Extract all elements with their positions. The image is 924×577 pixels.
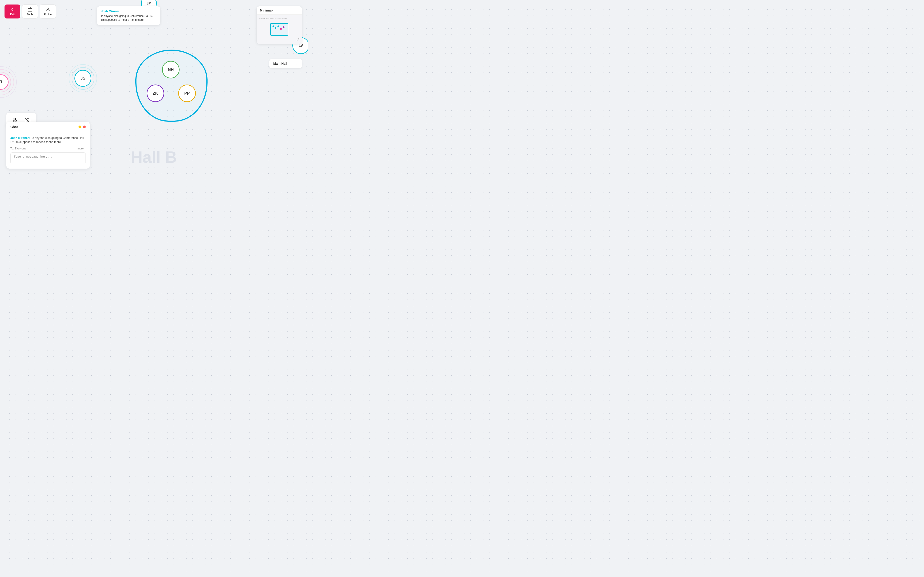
chat-bubble-sender: Josh Mironer (101, 10, 156, 13)
minimap-panel: Minimap Cherrie Welcomes Primary School (257, 6, 302, 44)
minimap-label: Cherrie Welcomes Primary School (259, 17, 287, 19)
chat-more-button[interactable]: more ↓ (78, 147, 86, 150)
exit-label: Exit (10, 13, 15, 16)
minimap-dot-3 (278, 26, 279, 27)
main-hall-button[interactable]: Main Hall ↓ (269, 59, 302, 68)
exit-button[interactable]: Exit (5, 5, 20, 18)
chat-controls (79, 126, 86, 128)
chat-input[interactable] (10, 152, 86, 164)
avatar-zk[interactable]: ZK (147, 84, 164, 102)
avatar-zk-container: ZK (147, 84, 164, 102)
main-hall-arrow: ↓ (296, 62, 298, 65)
minimap-dot-1 (273, 26, 274, 27)
chat-to-row: To: Everyone more ↓ (10, 147, 86, 150)
avatar-pp-container: PP (178, 84, 196, 102)
tools-label: Tools (27, 13, 33, 16)
chat-message: Josh Mironer: Is anyone else going to Co… (10, 136, 86, 144)
chat-body: Josh Mironer: Is anyone else going to Co… (6, 132, 90, 169)
exit-icon (10, 7, 15, 12)
minimap-inner (270, 23, 288, 35)
chat-header: Chat (6, 122, 90, 132)
group-zone-bg (135, 50, 208, 122)
chat-to-label: To: Everyone (10, 147, 26, 150)
svg-point-2 (47, 8, 48, 10)
chat-bubble: Josh Mironer Is anyone else going to Con… (97, 6, 160, 25)
minimap-dot-2 (275, 27, 276, 29)
svg-line-3 (298, 39, 299, 39)
toolbar: Exit Tools Profile (5, 5, 56, 18)
avatar-js[interactable]: JS (74, 70, 91, 87)
minimize-button[interactable] (79, 126, 81, 128)
minimap-expand-button[interactable] (296, 38, 300, 42)
svg-line-4 (297, 40, 298, 41)
chat-sender: Josh Mironer: (10, 136, 30, 140)
minimap-dot-4 (280, 28, 282, 30)
chat-panel: Chat Josh Mironer: Is anyone else going … (6, 122, 90, 169)
group-zone: NH ZK PP (135, 50, 208, 122)
minimap-dot-5 (283, 26, 284, 28)
avatar-nh[interactable]: NH (162, 61, 179, 79)
chat-bubble-text: Is anyone else going to Conference Hall … (101, 14, 156, 22)
profile-button[interactable]: Profile (40, 5, 56, 18)
tools-button[interactable]: Tools (22, 5, 38, 18)
profile-label: Profile (44, 13, 52, 16)
close-button[interactable] (83, 126, 86, 128)
hall-b-label: Hall B (131, 148, 177, 166)
main-hall-label: Main Hall (273, 62, 287, 65)
avatar-nh-container: NH (162, 61, 179, 79)
tools-icon (27, 7, 32, 12)
minimap-body: Cherrie Welcomes Primary School (257, 15, 302, 44)
avatar-pp[interactable]: PP (178, 84, 196, 102)
chat-title: Chat (10, 125, 18, 129)
minimap-title: Minimap (257, 6, 302, 15)
profile-icon (45, 7, 50, 12)
